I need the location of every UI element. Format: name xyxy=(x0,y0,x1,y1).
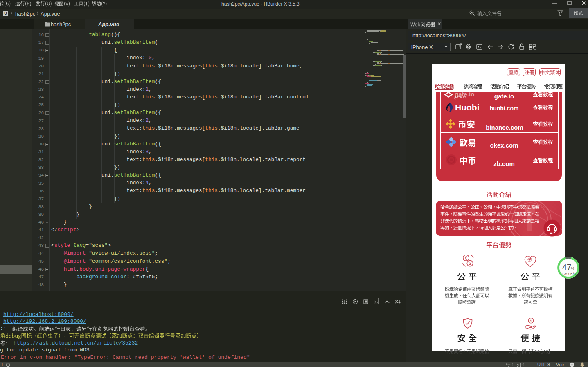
svg-text:$: $ xyxy=(469,261,471,266)
svg-text:47: 47 xyxy=(562,263,571,272)
svg-text:€: € xyxy=(465,256,467,260)
svg-text:390K/s: 390K/s xyxy=(564,272,576,276)
svg-text:$: $ xyxy=(530,318,532,323)
svg-text:U: U xyxy=(4,11,7,16)
svg-text:↑: ↑ xyxy=(562,271,564,276)
svg-text:%: % xyxy=(571,266,575,271)
